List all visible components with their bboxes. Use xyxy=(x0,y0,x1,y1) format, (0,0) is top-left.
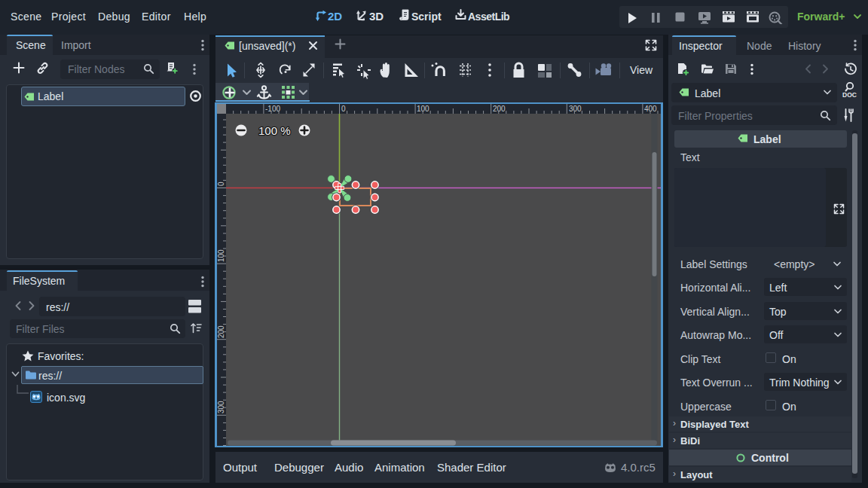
svg-text:0: 0 xyxy=(217,181,225,186)
svg-text:400: 400 xyxy=(644,105,657,113)
svg-text:300: 300 xyxy=(217,401,225,413)
svg-text:DOC: DOC xyxy=(842,91,857,98)
svg-text:0: 0 xyxy=(341,105,346,113)
svg-text:300: 300 xyxy=(569,105,582,113)
svg-text:100: 100 xyxy=(217,249,225,262)
svg-text:200: 200 xyxy=(493,105,506,113)
svg-text:-100: -100 xyxy=(265,105,280,113)
svg-text:100 %: 100 % xyxy=(258,124,291,137)
